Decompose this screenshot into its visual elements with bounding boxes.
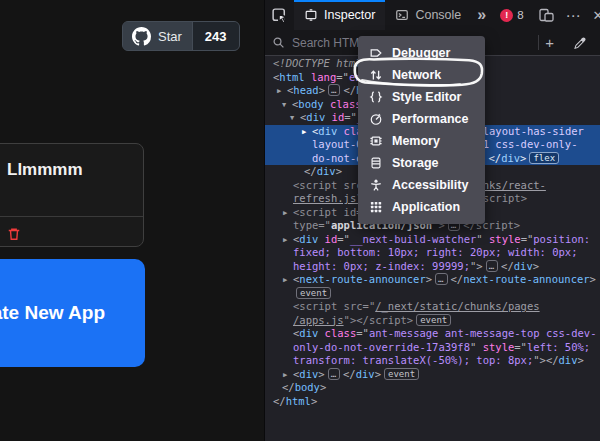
menu-item-accessibility[interactable]: Accessibility [358,174,485,196]
menu-item-label: Style Editor [392,90,461,104]
code-token: id [325,111,344,123]
accessibility-icon [368,178,383,193]
markup-line[interactable]: fixed; bottom: 10px; right: 20px; width:… [265,246,600,260]
code-token: > [533,260,539,272]
markup-line[interactable]: </body> [265,381,600,395]
expand-arrow-icon[interactable]: ▶ [283,274,293,288]
markup-line[interactable]: <div class="ant-message ant-message-top … [265,327,600,341]
tab-inspector[interactable]: Inspector [294,0,385,30]
ellipsis-badge[interactable]: … [328,368,340,380]
code-token: > [318,368,324,380]
error-count-button[interactable]: ! 8 [492,0,531,30]
code-token: style [483,341,515,353]
code-token: =" [514,341,527,353]
code-token: div [318,125,337,137]
devtools-toolbar: Inspector Console » ! 8 [265,0,600,31]
more-tabs-chevron-button[interactable]: » [471,0,492,30]
github-star-widget[interactable]: Star 243 [122,21,240,51]
code-token: div [299,233,318,245]
code-token: </ [356,314,369,326]
menu-item-memory[interactable]: Memory [358,130,485,152]
tab-console-label: Console [415,8,461,22]
expand-arrow-icon[interactable]: ▶ [283,369,293,383]
code-token: div [356,368,375,380]
markup-line[interactable]: ▶<div>…</div>event [265,368,600,382]
code-token: > [407,314,413,326]
code-token: __next-build-watcher [350,233,476,245]
double-chevron-icon: » [477,7,486,23]
storage-icon [368,156,383,171]
ellipsis-badge[interactable]: … [328,84,340,96]
markup-line[interactable]: transform: translateX(-50%); top: 8px;">… [265,354,600,368]
code-token: src [337,300,362,312]
app-card: Llmmmm [0,143,144,247]
code-token: script [299,206,337,218]
menu-item-application[interactable]: Application [358,196,485,218]
eyedropper-icon [573,36,587,50]
markup-line[interactable]: </html> [265,395,600,409]
code-token: =" [363,300,376,312]
close-devtools-button[interactable]: ✕ [587,0,600,30]
style-editor-icon [368,90,383,105]
code-token: script [299,179,337,191]
code-token: script [483,192,521,204]
expand-arrow-icon[interactable]: ▶ [283,207,293,221]
code-token: div [559,354,578,366]
expand-arrow-icon[interactable]: ▶ [302,126,312,140]
markup-line[interactable]: ▶<next-route-announcer>…</next-route-ann… [265,273,600,287]
menu-item-style-editor[interactable]: Style Editor [358,86,485,108]
code-token: </ [488,152,501,164]
menu-item-label: Debugger [392,46,450,60]
ellipsis-badge[interactable]: … [486,260,498,272]
code-token: div [299,327,318,339]
responsive-mode-icon [538,7,554,23]
event-badge[interactable]: event [384,368,419,380]
create-new-app-label: Create New App [0,302,105,324]
menu-item-storage[interactable]: Storage [358,152,485,174]
menu-item-label: Performance [392,112,468,126]
element-picker-button[interactable] [265,0,294,30]
add-node-button[interactable]: + [539,35,560,50]
collapse-arrow-icon[interactable]: ▼ [282,99,292,113]
star-count-badge[interactable]: 243 [192,22,239,50]
menu-item-debugger[interactable]: Debugger [358,42,485,64]
event-badge[interactable]: event [416,314,451,326]
expand-arrow-icon[interactable]: ▶ [283,234,293,248]
markup-line[interactable]: /apps.js"></script>event [265,314,600,328]
responsive-design-mode-button[interactable] [532,0,560,30]
event-badge[interactable]: event [296,287,331,299]
markup-line[interactable]: ▶<div id="__next-build-watcher" style="p… [265,233,600,247]
devtools-menu-button[interactable]: ⋯ [560,0,587,30]
menu-item-label: Storage [392,156,439,170]
code-token: > [375,368,381,380]
trash-icon [9,229,20,239]
markup-line[interactable]: only-do-not-override-17a39f8" style="lef… [265,341,600,355]
create-new-app-button[interactable]: Create New App [0,259,145,367]
code-token: =" [356,327,369,339]
code-token: script [369,314,407,326]
menu-item-performance[interactable]: Performance [358,108,485,130]
markup-line[interactable]: event [265,287,600,301]
code-token: ant-message ant-message-top css-dev- [369,327,597,339]
star-label: Star [158,29,182,44]
markup-line[interactable]: height: 0px; z-index: 99999;">…</div> [265,260,600,274]
ellipsis-badge[interactable]: … [435,273,447,285]
code-token: script [299,300,337,312]
markup-line[interactable]: <script src="/_next/static/chunks/pages [265,300,600,314]
search-icon [272,36,285,49]
code-token: =" [344,111,357,123]
code-token: </ [546,354,559,366]
expand-arrow-icon[interactable]: ▶ [277,85,287,99]
eyedropper-button[interactable] [560,36,600,50]
code-token: class [324,98,362,110]
code-token: body [298,98,323,110]
github-star-button[interactable]: Star [123,22,192,50]
delete-app-button[interactable] [7,227,21,241]
tab-console[interactable]: Console [385,0,471,30]
code-token: > [590,273,596,285]
error-count: 8 [517,9,523,21]
menu-item-network[interactable]: Network [358,64,485,86]
flex-badge[interactable]: flex [529,152,559,164]
collapse-arrow-icon[interactable]: ▼ [290,112,300,126]
code-token: head [293,84,318,96]
